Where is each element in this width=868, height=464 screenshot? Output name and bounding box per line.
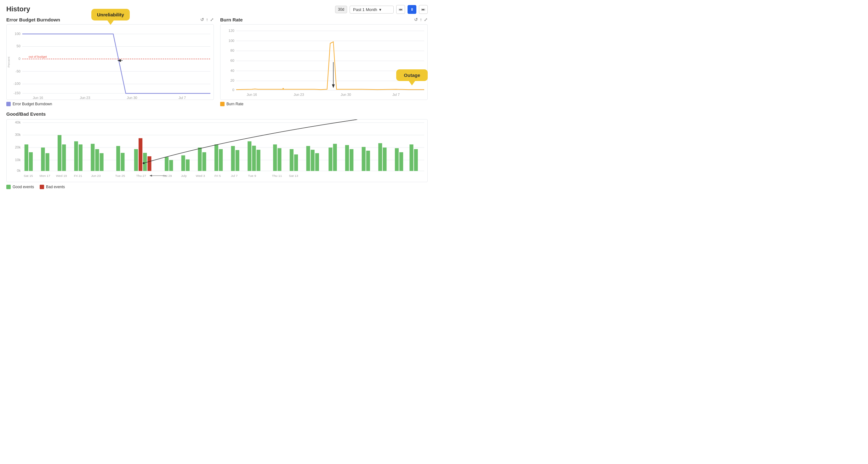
burn-rate-panel: Burn Rate ↺ ↑ ⤢ 120 100: [220, 17, 428, 106]
period-badge[interactable]: 30d: [335, 6, 347, 13]
svg-rect-58: [91, 144, 94, 171]
burn-rate-chart: 120 100 80 60 40 20 0 Jun 16 Jun 23 Jun …: [220, 24, 428, 100]
burn-rate-refresh-icon[interactable]: ↺: [414, 17, 418, 22]
svg-rect-89: [345, 145, 349, 171]
svg-rect-68: [169, 160, 173, 171]
svg-rect-66: [147, 156, 151, 171]
svg-rect-53: [45, 153, 49, 171]
svg-rect-51: [29, 152, 33, 171]
burn-rate-legend-label: Burn Rate: [226, 102, 244, 106]
burn-rate-legend-color: [220, 102, 224, 106]
svg-text:Sat 29: Sat 29: [162, 174, 172, 177]
svg-rect-62: [121, 153, 124, 171]
svg-text:100: 100: [15, 32, 21, 36]
bad-events-legend-label: Bad events: [46, 185, 65, 189]
svg-text:120: 120: [229, 29, 234, 32]
forward-button[interactable]: ⏭: [419, 5, 428, 14]
chevron-down-icon: ▾: [379, 7, 381, 12]
svg-text:Jun 30: Jun 30: [341, 93, 351, 96]
svg-rect-98: [414, 149, 417, 171]
svg-text:Jun 23: Jun 23: [91, 174, 101, 177]
svg-text:0: 0: [232, 88, 234, 92]
svg-text:10k: 10k: [15, 158, 21, 162]
svg-rect-97: [409, 144, 413, 171]
error-budget-legend: Error Budget Burndown: [6, 102, 214, 106]
rewind-button[interactable]: ⏮: [396, 5, 405, 14]
svg-rect-71: [198, 147, 202, 171]
svg-text:40: 40: [230, 69, 234, 72]
svg-point-34: [282, 88, 284, 89]
error-budget-refresh-icon[interactable]: ↺: [200, 17, 204, 22]
svg-text:out of budget: out of budget: [29, 55, 47, 58]
svg-rect-67: [165, 157, 168, 171]
svg-rect-88: [333, 144, 337, 171]
error-budget-share-icon[interactable]: ↑: [206, 17, 208, 22]
svg-rect-54: [58, 135, 61, 171]
svg-text:40k: 40k: [15, 120, 21, 124]
svg-text:100: 100: [229, 39, 234, 42]
svg-rect-86: [315, 153, 319, 171]
svg-rect-69: [181, 155, 185, 171]
svg-text:30k: 30k: [15, 133, 21, 137]
svg-rect-61: [116, 146, 120, 171]
svg-point-115: [143, 162, 145, 164]
svg-text:-100: -100: [13, 82, 21, 85]
svg-text:60: 60: [230, 59, 234, 62]
svg-rect-96: [399, 152, 403, 171]
burn-rate-legend: Burn Rate: [220, 102, 428, 106]
svg-text:20: 20: [230, 79, 234, 82]
svg-rect-60: [100, 153, 104, 171]
svg-rect-56: [74, 141, 78, 171]
svg-text:Fri 21: Fri 21: [74, 174, 82, 177]
svg-rect-91: [362, 147, 366, 171]
svg-text:Jul 7: Jul 7: [179, 96, 186, 99]
svg-text:Thu 27: Thu 27: [136, 174, 146, 177]
svg-rect-93: [378, 143, 382, 171]
svg-text:Sat 13: Sat 13: [289, 174, 298, 177]
svg-text:Percent: Percent: [7, 57, 10, 67]
svg-rect-85: [311, 150, 315, 171]
period-select[interactable]: Past 1 Month ▾: [350, 6, 394, 13]
svg-rect-77: [248, 141, 251, 171]
svg-rect-50: [25, 144, 28, 171]
svg-rect-75: [231, 146, 235, 171]
burn-rate-expand-icon[interactable]: ⤢: [424, 17, 428, 22]
good-bad-events-legend: Good events Bad events: [6, 185, 428, 189]
svg-rect-64: [138, 138, 142, 171]
error-budget-panel: Error Budget Burndown ↺ ↑ ⤢ 100 50: [6, 17, 214, 106]
svg-text:Jun 30: Jun 30: [127, 96, 137, 99]
burn-rate-share-icon[interactable]: ↑: [420, 17, 422, 22]
error-budget-expand-icon[interactable]: ⤢: [210, 17, 214, 22]
svg-text:Jun 16: Jun 16: [33, 96, 43, 99]
svg-rect-70: [186, 160, 190, 171]
svg-text:-150: -150: [13, 91, 21, 95]
svg-rect-94: [383, 147, 386, 171]
svg-rect-57: [79, 144, 83, 171]
good-events-legend-color: [6, 185, 11, 189]
svg-rect-65: [143, 153, 147, 171]
svg-text:Fri 5: Fri 5: [215, 174, 221, 177]
good-bad-events-title: Good/Bad Events: [6, 111, 428, 117]
error-budget-chart: 100 50 0 -50 -100 -150 Percent out of bu…: [6, 24, 214, 100]
svg-text:-50: -50: [16, 69, 21, 73]
svg-text:0k: 0k: [17, 169, 21, 172]
svg-rect-83: [294, 154, 298, 171]
error-budget-actions: ↺ ↑ ⤢: [200, 17, 214, 22]
svg-rect-63: [134, 149, 138, 171]
svg-text:Tue 9: Tue 9: [248, 174, 256, 177]
svg-text:80: 80: [230, 49, 234, 52]
svg-text:Wed 3: Wed 3: [196, 174, 205, 177]
svg-rect-74: [219, 149, 223, 171]
svg-text:0: 0: [19, 57, 21, 60]
bad-events-legend-color: [40, 185, 44, 189]
page-container: 30d Past 1 Month ▾ ⏮ ⏸ ⏭ History Unrelia…: [0, 0, 434, 194]
svg-rect-76: [236, 150, 239, 171]
error-budget-legend-label: Error Budget Burndown: [12, 102, 52, 106]
svg-rect-84: [306, 146, 310, 171]
good-bad-events-section: Good/Bad Events 40k 30k 20k 10k 0k: [6, 111, 428, 189]
charts-top-row: Error Budget Burndown ↺ ↑ ⤢ 100 50: [6, 17, 428, 106]
svg-text:20k: 20k: [15, 145, 21, 149]
svg-rect-55: [62, 144, 66, 171]
pause-button[interactable]: ⏸: [407, 5, 416, 14]
svg-rect-95: [395, 148, 399, 171]
